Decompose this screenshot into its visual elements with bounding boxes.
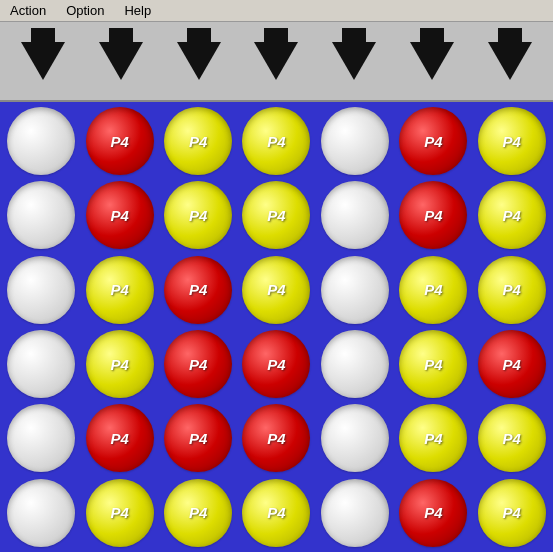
disc-red-0-5: P4 [399,107,467,175]
cell-1-4 [318,180,392,250]
drop-col-0[interactable] [8,26,78,96]
cell-1-3: P4 [239,180,313,250]
drop-col-4[interactable] [319,26,389,96]
disc-empty-2-0 [7,256,75,324]
disc-red-5-5: P4 [399,479,467,547]
cell-0-3: P4 [239,106,313,176]
cell-5-0 [4,478,78,548]
cell-4-6: P4 [475,403,549,473]
cell-3-3: P4 [239,329,313,399]
disc-yellow-4-5: P4 [399,404,467,472]
menubar: Action Option Help [0,0,553,22]
disc-yellow-5-6: P4 [478,479,546,547]
cell-2-2: P4 [161,255,235,325]
disc-empty-4-4 [321,404,389,472]
disc-yellow-5-2: P4 [164,479,232,547]
cell-3-6: P4 [475,329,549,399]
drop-col-1[interactable] [86,26,156,96]
disc-yellow-2-5: P4 [399,256,467,324]
drop-col-3[interactable] [241,26,311,96]
cell-0-0 [4,106,78,176]
disc-red-4-3: P4 [242,404,310,472]
disc-yellow-1-6: P4 [478,181,546,249]
disc-empty-2-4 [321,256,389,324]
cell-0-6: P4 [475,106,549,176]
cell-5-2: P4 [161,478,235,548]
menu-help[interactable]: Help [118,1,157,20]
disc-red-1-5: P4 [399,181,467,249]
cell-2-1: P4 [82,255,156,325]
disc-empty-5-0 [7,479,75,547]
cell-1-0 [4,180,78,250]
cell-1-6: P4 [475,180,549,250]
disc-yellow-2-6: P4 [478,256,546,324]
disc-empty-4-0 [7,404,75,472]
disc-empty-1-0 [7,181,75,249]
cell-5-3: P4 [239,478,313,548]
disc-yellow-0-2: P4 [164,107,232,175]
cell-5-1: P4 [82,478,156,548]
cell-2-3: P4 [239,255,313,325]
disc-red-0-1: P4 [86,107,154,175]
disc-empty-1-4 [321,181,389,249]
disc-yellow-1-2: P4 [164,181,232,249]
disc-empty-0-0 [7,107,75,175]
cell-1-5: P4 [396,180,470,250]
cell-3-4 [318,329,392,399]
cell-2-0 [4,255,78,325]
drop-col-5[interactable] [397,26,467,96]
cell-2-6: P4 [475,255,549,325]
cell-5-4 [318,478,392,548]
cell-4-2: P4 [161,403,235,473]
cell-4-4 [318,403,392,473]
menu-action[interactable]: Action [4,1,52,20]
cell-3-1: P4 [82,329,156,399]
disc-yellow-0-6: P4 [478,107,546,175]
disc-yellow-5-3: P4 [242,479,310,547]
menu-option[interactable]: Option [60,1,110,20]
disc-red-3-2: P4 [164,330,232,398]
disc-yellow-0-3: P4 [242,107,310,175]
drop-col-2[interactable] [164,26,234,96]
disc-empty-0-4 [321,107,389,175]
arrow-row [0,22,553,102]
cell-1-1: P4 [82,180,156,250]
drop-col-6[interactable] [475,26,545,96]
game-board: P4P4P4P4P4P4P4P4P4P4P4P4P4P4P4P4P4P4P4P4… [0,102,553,552]
cell-4-1: P4 [82,403,156,473]
disc-red-3-6: P4 [478,330,546,398]
disc-yellow-2-3: P4 [242,256,310,324]
disc-yellow-4-6: P4 [478,404,546,472]
disc-empty-3-4 [321,330,389,398]
cell-4-0 [4,403,78,473]
cell-1-2: P4 [161,180,235,250]
cell-2-5: P4 [396,255,470,325]
cell-0-4 [318,106,392,176]
disc-empty-3-0 [7,330,75,398]
cell-5-6: P4 [475,478,549,548]
disc-yellow-3-1: P4 [86,330,154,398]
disc-yellow-5-1: P4 [86,479,154,547]
disc-yellow-3-5: P4 [399,330,467,398]
disc-empty-5-4 [321,479,389,547]
disc-red-3-3: P4 [242,330,310,398]
cell-5-5: P4 [396,478,470,548]
disc-red-4-1: P4 [86,404,154,472]
disc-red-2-2: P4 [164,256,232,324]
cell-2-4 [318,255,392,325]
disc-yellow-1-3: P4 [242,181,310,249]
cell-3-2: P4 [161,329,235,399]
cell-3-0 [4,329,78,399]
cell-3-5: P4 [396,329,470,399]
cell-0-1: P4 [82,106,156,176]
cell-4-3: P4 [239,403,313,473]
disc-red-1-1: P4 [86,181,154,249]
disc-red-4-2: P4 [164,404,232,472]
cell-0-2: P4 [161,106,235,176]
cell-4-5: P4 [396,403,470,473]
disc-yellow-2-1: P4 [86,256,154,324]
cell-0-5: P4 [396,106,470,176]
